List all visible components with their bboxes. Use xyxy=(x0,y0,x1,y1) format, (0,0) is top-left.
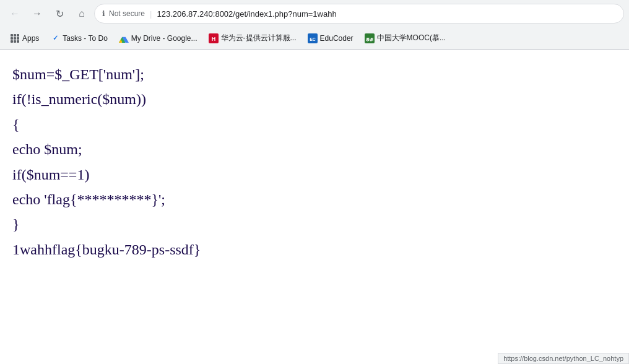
home-button[interactable]: ⌂ xyxy=(72,4,92,24)
back-button[interactable]: ← xyxy=(5,4,25,24)
url-display: 123.206.87.240:8002/get/index1.php?num=1… xyxy=(157,9,336,19)
bookmark-drive[interactable]: My Drive - Google... xyxy=(114,31,202,46)
tasks-icon: ✓ xyxy=(50,33,60,43)
nav-bar: ← → ↻ ⌂ ℹ Not secure | 123.206.87.240:80… xyxy=(0,0,629,27)
back-icon: ← xyxy=(10,8,20,19)
forward-button[interactable]: → xyxy=(27,4,47,24)
status-bar: https://blog.csdn.net/python_LC_nohtyp xyxy=(498,353,629,364)
bookmarks-bar: Apps ✓ Tasks - To Do xyxy=(0,27,629,50)
drive-icon xyxy=(119,33,129,43)
page-content: $num=$_GET['num']; if(!is_numeric($num))… xyxy=(0,50,629,275)
bookmark-mooc[interactable]: 慕课 中国大学MOOC(慕... xyxy=(360,30,451,46)
svg-text:H: H xyxy=(211,36,215,42)
huawei-icon: H xyxy=(209,33,219,43)
apps-icon xyxy=(10,33,20,43)
code-line-2: if(!is_numeric($num)) xyxy=(12,87,617,111)
code-line-7: } xyxy=(12,212,617,236)
security-icon: ℹ xyxy=(102,9,105,18)
bookmark-tasks-label: Tasks - To Do xyxy=(63,34,107,43)
forward-icon: → xyxy=(32,8,42,19)
reload-button[interactable]: ↻ xyxy=(50,4,69,24)
home-icon: ⌂ xyxy=(79,8,85,19)
bookmark-apps-label: Apps xyxy=(22,34,39,43)
security-label: Not secure xyxy=(109,9,145,18)
educoder-icon: EC xyxy=(308,33,318,43)
separator: | xyxy=(150,9,152,19)
bookmark-tasks[interactable]: ✓ Tasks - To Do xyxy=(45,31,112,46)
bookmark-apps[interactable]: Apps xyxy=(5,31,44,46)
bookmark-huawei-label: 华为云-提供云计算服... xyxy=(221,33,297,43)
status-url: https://blog.csdn.net/python_LC_nohtyp xyxy=(503,355,623,362)
code-line-6: echo 'flag{**********}'; xyxy=(12,188,617,211)
mooc-icon: 慕课 xyxy=(365,33,375,43)
bookmark-huawei[interactable]: H 华为云-提供云计算服... xyxy=(204,30,301,46)
address-bar[interactable]: ℹ Not secure | 123.206.87.240:8002/get/i… xyxy=(94,4,624,24)
bookmark-drive-label: My Drive - Google... xyxy=(131,34,197,43)
code-line-5: if($num==1) xyxy=(12,163,617,186)
code-line-4: echo $num; xyxy=(12,137,617,161)
svg-text:EC: EC xyxy=(310,37,316,41)
code-line-8: 1wahhflag{bugku-789-ps-ssdf} xyxy=(12,238,617,261)
svg-text:慕课: 慕课 xyxy=(366,37,374,41)
code-line-3: { xyxy=(12,113,617,136)
bookmark-educoder-label: EduCoder xyxy=(320,34,354,43)
code-line-1: $num=$_GET['num']; xyxy=(12,63,617,86)
browser-chrome: ← → ↻ ⌂ ℹ Not secure | 123.206.87.240:80… xyxy=(0,0,629,50)
reload-icon: ↻ xyxy=(56,8,64,20)
bookmark-educoder[interactable]: EC EduCoder xyxy=(303,31,358,46)
bookmark-mooc-label: 中国大学MOOC(慕... xyxy=(377,33,446,43)
